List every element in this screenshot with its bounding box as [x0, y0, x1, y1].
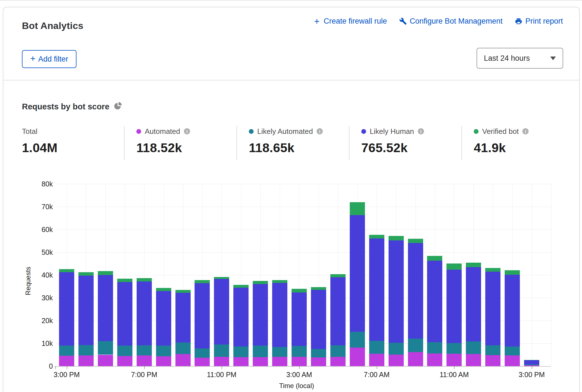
- bar-segment-likely-automated[interactable]: [175, 343, 191, 354]
- bar-segment-verified-bot[interactable]: [117, 279, 132, 282]
- bar-segment-verified-bot[interactable]: [330, 274, 346, 277]
- info-icon[interactable]: i: [418, 128, 424, 134]
- bar-segment-verified-bot[interactable]: [253, 281, 268, 284]
- stat-automated[interactable]: Automated i 118.52k: [136, 127, 190, 155]
- bar-segment-likely-human[interactable]: [524, 360, 539, 364]
- bar-segment-likely-human[interactable]: [427, 261, 442, 342]
- bar-segment-verified-bot[interactable]: [466, 263, 481, 267]
- bar-segment-automated[interactable]: [369, 354, 384, 366]
- bar-segment-verified-bot[interactable]: [427, 256, 442, 261]
- bar-segment-verified-bot[interactable]: [408, 239, 423, 243]
- bar-segment-likely-automated[interactable]: [214, 344, 229, 357]
- stat-likely-human[interactable]: Likely Human i 765.52k: [361, 127, 424, 155]
- bar-segment-likely-human[interactable]: [485, 272, 500, 345]
- bar-segment-automated[interactable]: [272, 357, 287, 366]
- stat-likely-automated[interactable]: Likely Automated i 118.65k: [249, 127, 323, 155]
- action-create-firewall-rule[interactable]: Create firewall rule: [313, 17, 387, 26]
- bar-segment-automated[interactable]: [137, 355, 152, 366]
- bar-segment-likely-automated[interactable]: [59, 346, 74, 356]
- bar-segment-likely-automated[interactable]: [408, 339, 423, 352]
- bar-segment-likely-human[interactable]: [253, 284, 268, 346]
- bar-segment-verified-bot[interactable]: [389, 236, 404, 240]
- bar-segment-likely-human[interactable]: [117, 282, 132, 346]
- bar-segment-verified-bot[interactable]: [485, 268, 500, 272]
- bar-segment-verified-bot[interactable]: [524, 360, 539, 360]
- bar-segment-verified-bot[interactable]: [98, 271, 113, 275]
- bar-segment-automated[interactable]: [233, 357, 249, 366]
- info-icon[interactable]: i: [522, 128, 529, 134]
- info-icon[interactable]: i: [317, 128, 323, 134]
- time-range-dropdown[interactable]: Last 24 hours: [477, 48, 563, 69]
- bar-segment-likely-automated[interactable]: [466, 341, 481, 354]
- bar-segment-verified-bot[interactable]: [195, 280, 210, 283]
- bar-segment-likely-human[interactable]: [98, 275, 113, 341]
- bar-segment-likely-automated[interactable]: [485, 345, 500, 355]
- stat-verified-bot[interactable]: Verified bot i 41.9k: [474, 127, 529, 155]
- bar-segment-likely-automated[interactable]: [427, 342, 442, 353]
- bar-segment-likely-human[interactable]: [175, 293, 191, 343]
- bar-segment-automated[interactable]: [389, 355, 404, 366]
- bar-segment-verified-bot[interactable]: [137, 278, 152, 281]
- bar-segment-verified-bot[interactable]: [311, 287, 326, 290]
- bar-segment-verified-bot[interactable]: [272, 280, 287, 283]
- bar-segment-likely-automated[interactable]: [330, 345, 346, 357]
- bar-segment-automated[interactable]: [466, 354, 481, 366]
- bar-segment-automated[interactable]: [311, 357, 326, 366]
- bar-segment-likely-automated[interactable]: [156, 346, 171, 356]
- bar-segment-verified-bot[interactable]: [369, 235, 384, 239]
- bar-segment-likely-automated[interactable]: [311, 349, 326, 357]
- bar-segment-likely-human[interactable]: [350, 215, 365, 332]
- bar-segment-likely-automated[interactable]: [117, 346, 132, 356]
- bar-segment-automated[interactable]: [175, 354, 191, 366]
- bar-segment-verified-bot[interactable]: [78, 272, 94, 276]
- bar-segment-likely-human[interactable]: [408, 243, 423, 339]
- add-filter-button[interactable]: + Add filter: [22, 50, 76, 68]
- bar-segment-automated[interactable]: [350, 348, 365, 366]
- bar-segment-automated[interactable]: [505, 355, 520, 366]
- bar-segment-likely-automated[interactable]: [292, 346, 307, 357]
- bar-segment-likely-automated[interactable]: [505, 346, 520, 355]
- bar-segment-likely-human[interactable]: [389, 240, 404, 343]
- bar-segment-automated[interactable]: [78, 355, 94, 366]
- bar-segment-verified-bot[interactable]: [446, 263, 462, 270]
- bar-segment-likely-automated[interactable]: [137, 345, 152, 355]
- bar-segment-automated[interactable]: [253, 357, 268, 366]
- bar-segment-likely-human[interactable]: [195, 283, 210, 348]
- bar-segment-likely-human[interactable]: [446, 270, 462, 343]
- bar-segment-verified-bot[interactable]: [214, 277, 229, 279]
- bar-segment-verified-bot[interactable]: [175, 290, 191, 293]
- bar-segment-likely-human[interactable]: [214, 279, 229, 344]
- bar-segment-likely-human[interactable]: [137, 281, 152, 346]
- info-icon[interactable]: i: [184, 128, 190, 134]
- bar-segment-automated[interactable]: [98, 355, 113, 366]
- bar-segment-automated[interactable]: [446, 354, 462, 366]
- bar-segment-automated[interactable]: [117, 356, 132, 366]
- bar-segment-likely-automated[interactable]: [524, 364, 539, 365]
- bar-segment-likely-automated[interactable]: [369, 341, 384, 354]
- bar-segment-automated[interactable]: [427, 353, 442, 366]
- bar-segment-verified-bot[interactable]: [156, 288, 171, 291]
- bar-segment-automated[interactable]: [195, 358, 210, 366]
- bar-segment-automated[interactable]: [408, 352, 423, 366]
- bar-segment-likely-human[interactable]: [272, 283, 287, 347]
- action-print-report[interactable]: Print report: [515, 17, 563, 26]
- bar-segment-likely-automated[interactable]: [98, 341, 113, 355]
- bar-segment-likely-automated[interactable]: [272, 347, 287, 357]
- bar-segment-likely-human[interactable]: [59, 272, 74, 346]
- bar-segment-likely-automated[interactable]: [195, 348, 210, 358]
- bar-segment-likely-human[interactable]: [156, 291, 171, 346]
- bar-segment-automated[interactable]: [485, 355, 500, 366]
- bar-segment-verified-bot[interactable]: [292, 289, 307, 292]
- bar-segment-automated[interactable]: [214, 357, 229, 366]
- bar-segment-likely-automated[interactable]: [233, 346, 249, 357]
- bar-segment-automated[interactable]: [330, 357, 346, 366]
- bar-segment-likely-automated[interactable]: [350, 332, 365, 348]
- action-configure-bot-management[interactable]: Configure Bot Management: [399, 17, 502, 26]
- bar-segment-likely-human[interactable]: [330, 277, 346, 345]
- bar-segment-verified-bot[interactable]: [505, 270, 520, 275]
- bar-segment-verified-bot[interactable]: [59, 269, 74, 272]
- bar-segment-verified-bot[interactable]: [350, 202, 365, 215]
- bar-segment-likely-automated[interactable]: [446, 343, 462, 354]
- bar-segment-automated[interactable]: [292, 357, 307, 366]
- bar-segment-likely-human[interactable]: [369, 238, 384, 341]
